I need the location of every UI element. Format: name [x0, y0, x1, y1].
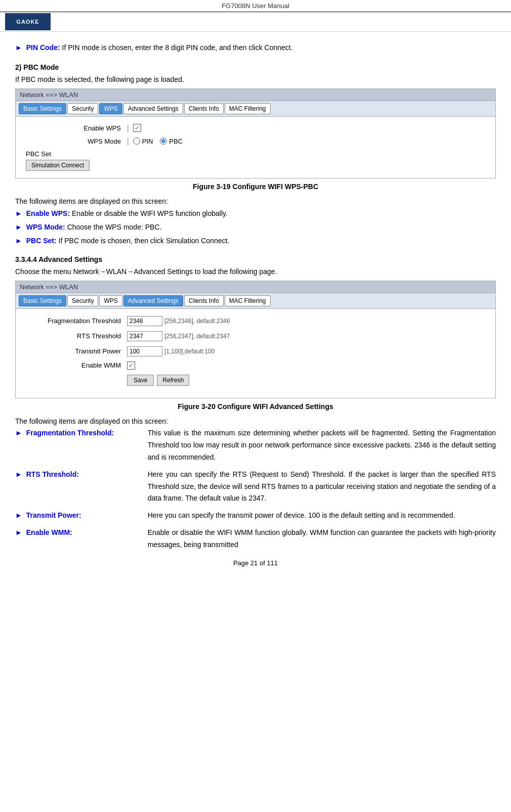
bullets2-intro: The following items are displayed on thi…: [15, 416, 496, 428]
radio-pbc-label: PBC: [169, 138, 183, 145]
panel2-tab-bar: Basic Settings Security WPS Advanced Set…: [16, 293, 495, 309]
bullets1-intro: The following items are displayed on thi…: [15, 196, 496, 208]
tab-mac-filtering-1[interactable]: MAC Filtering: [225, 103, 271, 114]
desc-row-2: ► Transmit Power: Here you can specify t…: [15, 510, 496, 522]
bullet1-text-1: Choose the WPS mode: PBC.: [67, 221, 162, 234]
bullet1-label-2: PBC Set:: [26, 235, 57, 247]
enable-wps-label: Enable WPS: [26, 124, 127, 132]
section-number: 3.3.4.4 Advanced Settings: [15, 255, 496, 263]
enable-wps-value: ✓: [133, 124, 141, 132]
network-panel-1: Network ==> WLAN Basic Settings Security…: [15, 88, 496, 178]
panel2-title: Network ==> WLAN: [16, 281, 495, 293]
network-panel-2: Network ==> WLAN Basic Settings Security…: [15, 281, 496, 398]
simulation-connect-button[interactable]: Simulation Connect: [26, 160, 90, 171]
pin-arrow: ►: [15, 43, 22, 52]
bullet1-item-0: ► Enable WPS: Enable or disable the WIFI…: [15, 208, 496, 220]
buttons-row: Save Refresh: [26, 375, 485, 386]
tab-advanced-settings-1[interactable]: Advanced Settings: [123, 103, 183, 114]
pbc-mode-heading: 2) PBC Mode: [15, 63, 496, 71]
wps-mode-value: PIN PBC: [133, 138, 183, 145]
rts-row: RTS Threshold [256,2347], default:2347: [26, 331, 485, 341]
frag-label: Fragmentation Threshold: [26, 317, 127, 325]
tx-power-hint: [1,100],default:100: [164, 348, 215, 355]
desc-text-1: Here you can specify the RTS (Request to…: [148, 469, 496, 505]
desc-text-0: This value is the maximum size determini…: [148, 427, 496, 463]
bullets2-section: The following items are displayed on thi…: [15, 416, 496, 551]
bullet1-arrow-1: ►: [15, 221, 22, 234]
figure1-caption-text: Figure 3-19 Configure WIFI WPS-PBC: [193, 183, 318, 191]
desc-row-1: ► RTS Threshold: Here you can specify th…: [15, 469, 496, 505]
refresh-button[interactable]: Refresh: [157, 375, 189, 386]
bullet1-arrow-2: ►: [15, 235, 22, 247]
main-content: ► PIN Code: If PIN mode is chosen, enter…: [0, 32, 511, 577]
pbc-mode-desc: If PBC mode is selected, the following p…: [15, 75, 496, 83]
radio-pbc[interactable]: PBC: [160, 138, 183, 145]
radio-pin[interactable]: PIN: [133, 138, 153, 145]
bullet1-label-1: WPS Mode:: [26, 221, 65, 234]
bullet1-item-2: ► PBC Set: If PBC mode is chosen, then c…: [15, 235, 496, 247]
page-footer: Page 21 of 111: [15, 559, 496, 572]
pbc-set-label: PBC Set: [26, 150, 485, 158]
bullet1-text-0: Enable or disable the WIFI WPS function …: [72, 208, 228, 220]
desc-label-3: Enable WMM:: [26, 527, 148, 539]
radio-pbc-fill: [161, 139, 165, 143]
rts-label: RTS Threshold: [26, 332, 127, 340]
bullet1-item-1: ► WPS Mode: Choose the WPS mode: PBC.: [15, 221, 496, 234]
tab-mac-filtering-2[interactable]: MAC Filtering: [225, 295, 271, 306]
logo: GAOKE: [5, 13, 51, 30]
rts-hint: [256,2347], default:2347: [164, 333, 230, 340]
tab-security-1[interactable]: Security: [67, 103, 98, 114]
advanced-desc: Choose the menu Network→WLAN→Advanced Se…: [15, 267, 496, 276]
frag-hint: [256,2346], default:2346: [164, 318, 230, 325]
bullet1-arrow-0: ►: [15, 208, 22, 220]
save-button[interactable]: Save: [127, 375, 154, 386]
separator-1: |: [127, 124, 129, 132]
pin-code-section: ► PIN Code: If PIN mode is chosen, enter…: [15, 42, 496, 53]
radio-pin-label: PIN: [142, 138, 153, 145]
rts-input[interactable]: [127, 331, 162, 341]
bullet1-label-0: Enable WPS:: [26, 208, 70, 220]
tab-basic-settings-1[interactable]: Basic Settings: [19, 103, 66, 114]
tab-wps-2[interactable]: WPS: [99, 295, 122, 306]
figure2-caption-text: Figure 3-20 Configure WIFI Advanced Sett…: [178, 402, 333, 411]
tab-security-2[interactable]: Security: [67, 295, 98, 306]
desc-label-2: Transmit Power:: [26, 510, 148, 522]
tab-wps-1[interactable]: WPS: [99, 103, 122, 114]
tab-advanced-settings-2[interactable]: Advanced Settings: [123, 295, 183, 306]
radio-pbc-outer[interactable]: [160, 138, 167, 145]
desc-text-2: Here you can specify the transmit power …: [148, 510, 496, 522]
tab-basic-settings-2[interactable]: Basic Settings: [19, 295, 66, 306]
tx-power-input[interactable]: [127, 346, 162, 356]
wmm-row: Enable WMM ✓: [26, 362, 485, 370]
enable-wps-row: Enable WPS | ✓: [26, 124, 485, 132]
header-title: FG7008N User Manual: [222, 2, 289, 10]
desc-arrow-0: ►: [15, 427, 22, 439]
pin-code-label: PIN Code:: [26, 43, 60, 52]
desc-label-0: Fragmentation Threshold:: [26, 427, 148, 439]
figure2-caption: Figure 3-20 Configure WIFI Advanced Sett…: [15, 402, 496, 411]
tab-clients-info-1[interactable]: Clients Info: [184, 103, 224, 114]
bullet1-text-2: If PBC mode is chosen, then click Simula…: [59, 235, 230, 247]
wmm-checkbox[interactable]: ✓: [127, 362, 135, 370]
logo-text: GAOKE: [16, 19, 39, 25]
desc-text-3: Enable or disable the WIFI WMM function …: [148, 527, 496, 551]
tx-power-label: Transmit Power: [26, 347, 127, 355]
pin-code-text: If PIN mode is chosen, enter the 8 digit…: [62, 43, 293, 52]
panel1-title: Network ==> WLAN: [16, 89, 495, 101]
wmm-label: Enable WMM: [26, 362, 127, 369]
separator-2: |: [127, 137, 129, 145]
radio-pin-outer[interactable]: [133, 138, 140, 145]
panel1-body: Enable WPS | ✓ WPS Mode | PIN: [16, 117, 495, 178]
logo-area: GAOKE: [0, 12, 511, 32]
desc-arrow-1: ►: [15, 469, 22, 481]
desc-row-3: ► Enable WMM: Enable or disable the WIFI…: [15, 527, 496, 551]
frag-input[interactable]: [127, 316, 162, 326]
pbc-set-section: PBC Set Simulation Connect: [26, 150, 485, 171]
desc-label-1: RTS Threshold:: [26, 469, 148, 481]
tab-clients-info-2[interactable]: Clients Info: [184, 295, 224, 306]
figure1-caption: Figure 3-19 Configure WIFI WPS-PBC: [15, 183, 496, 191]
enable-wps-checkbox[interactable]: ✓: [133, 124, 141, 132]
footer-text: Page 21 of 111: [233, 559, 278, 567]
tx-power-row: Transmit Power [1,100],default:100: [26, 346, 485, 356]
wps-mode-row: WPS Mode | PIN PBC: [26, 137, 485, 145]
